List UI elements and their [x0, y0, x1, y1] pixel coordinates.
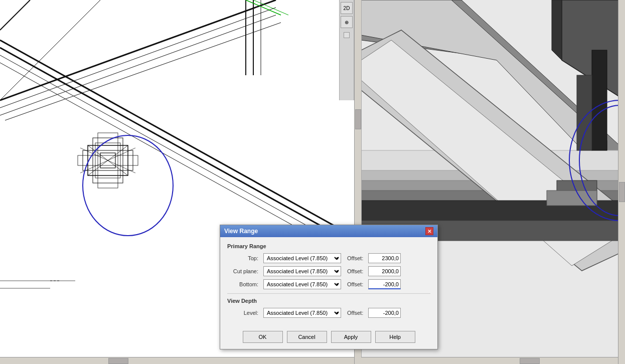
ok-button[interactable]: OK — [243, 331, 283, 343]
cutplane-select-wrapper: Associated Level (7.850) Level 1 Level 2 — [263, 266, 341, 276]
level-offset-input[interactable] — [368, 308, 401, 318]
form-row-top: Top: Associated Level (7.850) Level 1 Le… — [227, 253, 430, 263]
dialog-title: View Range — [224, 228, 258, 235]
dialog-close-button[interactable]: ✕ — [425, 227, 433, 235]
svg-rect-49 — [547, 191, 597, 206]
form-row-bottom: Bottom: Associated Level (7.850) Level 1… — [227, 279, 430, 289]
cutplane-label: Cut plane: — [227, 268, 261, 274]
top-offset-label: Offset: — [347, 255, 366, 261]
toolbar-left: 2D ⊕ — [339, 0, 354, 100]
svg-rect-47 — [577, 75, 592, 150]
dialog-footer: OK Cancel Apply Help — [220, 327, 437, 349]
svg-marker-37 — [552, 0, 562, 60]
cancel-button[interactable]: Cancel — [287, 331, 327, 343]
bottom-select[interactable]: Associated Level (7.850) Level 1 Level 2 — [263, 279, 341, 289]
svg-rect-46 — [592, 50, 607, 150]
level-select[interactable]: Associated Level (7.850) Level 1 Level 2 — [263, 308, 341, 318]
level-label: Level: — [227, 310, 261, 316]
scroll-thumb-h-left[interactable] — [108, 358, 128, 364]
cutplane-offset-input[interactable] — [368, 266, 401, 276]
cutplane-offset-label: Offset: — [347, 268, 366, 274]
cutplane-select[interactable]: Associated Level (7.850) Level 1 Level 2 — [263, 266, 341, 276]
bottom-offset-label: Offset: — [347, 281, 366, 287]
scroll-thumb-h-right[interactable] — [520, 358, 540, 364]
help-button[interactable]: Help — [375, 331, 415, 343]
view-range-dialog[interactable]: View Range ✕ Primary Range Top: Associat… — [220, 225, 438, 349]
apply-button[interactable]: Apply — [331, 331, 371, 343]
dialog-titlebar: View Range ✕ — [220, 225, 437, 237]
scroll-thumb-v-left[interactable] — [355, 109, 361, 129]
view-depth-label: View Depth — [227, 298, 430, 304]
bottom-offset-input[interactable] — [368, 279, 401, 289]
toolbar-btn-zoom[interactable]: ⊕ — [341, 16, 353, 28]
dialog-body: Primary Range Top: Associated Level (7.8… — [220, 237, 437, 327]
bottom-label: Bottom: — [227, 281, 261, 287]
scrollbar-h-left[interactable] — [0, 357, 361, 364]
scroll-thumb-v-right[interactable] — [619, 182, 625, 202]
top-select[interactable]: Associated Level (7.850) Level 1 Level 2… — [263, 253, 341, 263]
top-select-wrapper: Associated Level (7.850) Level 1 Level 2… — [263, 253, 341, 263]
bottom-select-wrapper: Associated Level (7.850) Level 1 Level 2 — [263, 279, 341, 289]
form-row-level: Level: Associated Level (7.850) Level 1 … — [227, 308, 430, 318]
scrollbar-h-right[interactable] — [361, 357, 625, 364]
level-select-wrapper: Associated Level (7.850) Level 1 Level 2 — [263, 308, 341, 318]
form-row-cutplane: Cut plane: Associated Level (7.850) Leve… — [227, 266, 430, 276]
level-offset-label: Offset: — [347, 310, 366, 316]
section-divider — [227, 293, 430, 294]
top-offset-input[interactable] — [368, 253, 401, 263]
toolbar-btn-2d[interactable]: 2D — [341, 2, 353, 14]
scrollbar-v-right[interactable] — [618, 0, 625, 364]
toolbar-scroll-indicator — [344, 32, 350, 38]
primary-range-label: Primary Range — [227, 243, 430, 249]
top-label: Top: — [227, 255, 261, 261]
